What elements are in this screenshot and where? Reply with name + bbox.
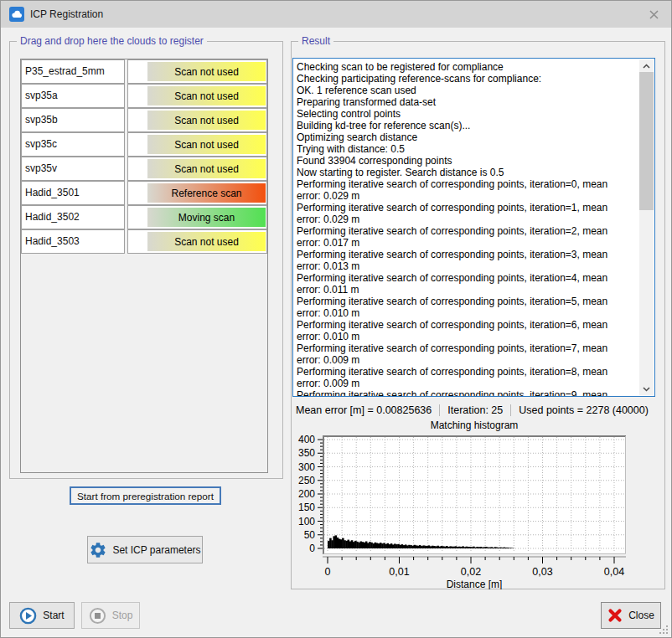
- mean-error-value: Mean error [m] = 0.00825636: [296, 404, 432, 416]
- stop-button[interactable]: Stop: [81, 602, 140, 629]
- svg-text:300: 300: [298, 461, 315, 473]
- scan-status-cell: Scan not used: [127, 84, 267, 108]
- scrollbar-thumb[interactable]: [639, 72, 654, 210]
- start-button-label: Start: [43, 610, 64, 621]
- scan-status-cell: Scan not used: [127, 157, 267, 181]
- scan-name-cell[interactable]: Hadid_3501: [21, 181, 125, 205]
- scan-name-cell[interactable]: Hadid_3503: [21, 229, 125, 254]
- start-button[interactable]: Start: [9, 602, 75, 629]
- scan-row[interactable]: Hadid_3501Reference scan: [21, 181, 267, 205]
- scan-status-cell: Scan not used: [127, 108, 267, 132]
- svg-text:Distance [m]: Distance [m]: [447, 579, 503, 589]
- svg-text:150: 150: [298, 502, 315, 513]
- result-groupbox-label: Result: [298, 35, 333, 47]
- result-log[interactable]: Checking scan to be registered for compl…: [292, 58, 655, 397]
- svg-text:0,03: 0,03: [532, 566, 552, 578]
- scrollbar-up-button[interactable]: [639, 59, 654, 72]
- scan-name-cell[interactable]: svp35b: [21, 108, 125, 132]
- svg-text:400: 400: [298, 434, 315, 445]
- gear-icon: [89, 541, 107, 559]
- log-text: Checking scan to be registered for compl…: [297, 61, 638, 396]
- scan-row[interactable]: svp35aScan not used: [21, 84, 267, 108]
- svg-text:0,04: 0,04: [604, 566, 624, 578]
- clouds-groupbox: Drag and drop here the clouds to registe…: [9, 41, 283, 479]
- scrollbar-down-button[interactable]: [639, 383, 654, 395]
- svg-text:0,02: 0,02: [461, 566, 481, 578]
- svg-text:250: 250: [298, 475, 315, 486]
- svg-text:0: 0: [309, 543, 315, 554]
- scan-status-button[interactable]: Reference scan: [147, 183, 266, 203]
- chevron-down-icon: [643, 387, 650, 392]
- status-divider: [510, 404, 511, 416]
- svg-text:200: 200: [298, 488, 315, 500]
- svg-text:50: 50: [304, 529, 316, 541]
- resize-grip[interactable]: [659, 625, 669, 635]
- svg-text:100: 100: [298, 516, 315, 527]
- registration-status-line: Mean error [m] = 0.00825636 Iteration: 2…: [296, 404, 664, 417]
- cloud-icon: [9, 7, 24, 22]
- histogram-svg: 05010015020025030035040000,010,020,030,0…: [291, 419, 665, 589]
- red-x-icon: [607, 608, 623, 623]
- scan-name-cell[interactable]: Hadid_3502: [21, 205, 125, 229]
- window-title: ICP Registration: [30, 8, 103, 20]
- scan-row[interactable]: Hadid_3503Scan not used: [21, 229, 267, 254]
- scan-status-button[interactable]: Scan not used: [147, 62, 266, 81]
- scan-status-button[interactable]: Scan not used: [147, 86, 266, 105]
- close-button-label: Close: [628, 610, 654, 621]
- scan-status-cell: Reference scan: [127, 181, 267, 205]
- titlebar: ICP Registration: [1, 1, 671, 28]
- set-icp-parameters-label: Set ICP parameters: [112, 544, 200, 556]
- svg-text:0: 0: [325, 566, 331, 578]
- scan-name-cell[interactable]: P35_estrad_5mm: [21, 59, 125, 84]
- scan-row[interactable]: Hadid_3502Moving scan: [21, 205, 267, 229]
- scan-status-button[interactable]: Moving scan: [147, 208, 266, 227]
- start-from-preregistration-button[interactable]: Start from preregistration report: [70, 486, 221, 505]
- scan-status-button[interactable]: Scan not used: [147, 111, 266, 130]
- svg-text:Matching histogram: Matching histogram: [431, 419, 519, 431]
- scan-name-cell[interactable]: svp35v: [21, 157, 125, 181]
- scan-row[interactable]: svp35vScan not used: [21, 157, 267, 181]
- scan-status-cell: Scan not used: [127, 59, 267, 84]
- close-button[interactable]: Close: [601, 602, 661, 629]
- scan-status-button[interactable]: Scan not used: [147, 159, 266, 178]
- iteration-value: Iteration: 25: [447, 404, 503, 416]
- close-icon[interactable]: [649, 9, 659, 20]
- svg-text:0,01: 0,01: [389, 566, 409, 578]
- chevron-up-icon: [643, 64, 650, 69]
- scan-table[interactable]: P35_estrad_5mmScan not usedsvp35aScan no…: [20, 59, 268, 473]
- stop-button-label: Stop: [112, 610, 133, 621]
- scan-status-button[interactable]: Scan not used: [147, 232, 266, 251]
- scan-status-cell: Scan not used: [127, 229, 267, 254]
- status-divider: [439, 404, 440, 416]
- stop-icon: [89, 607, 106, 625]
- scan-row[interactable]: svp35bScan not used: [21, 108, 267, 132]
- used-points-value: Used points = 2278 (40000): [519, 404, 649, 416]
- play-icon: [19, 607, 37, 625]
- scan-status-cell: Moving scan: [127, 205, 267, 229]
- clouds-groupbox-label: Drag and drop here the clouds to registe…: [17, 35, 207, 47]
- set-icp-parameters-button[interactable]: Set ICP parameters: [87, 536, 203, 563]
- svg-text:350: 350: [298, 447, 315, 459]
- icp-registration-dialog: ICP Registration Drag and drop here the …: [0, 0, 672, 638]
- log-scrollbar[interactable]: [639, 59, 654, 395]
- scan-row[interactable]: P35_estrad_5mmScan not used: [21, 59, 267, 84]
- scan-row[interactable]: svp35cScan not used: [21, 132, 267, 157]
- scan-status-cell: Scan not used: [127, 132, 267, 157]
- scan-status-button[interactable]: Scan not used: [147, 135, 266, 154]
- scan-name-cell[interactable]: svp35a: [21, 84, 125, 108]
- scan-name-cell[interactable]: svp35c: [21, 132, 125, 157]
